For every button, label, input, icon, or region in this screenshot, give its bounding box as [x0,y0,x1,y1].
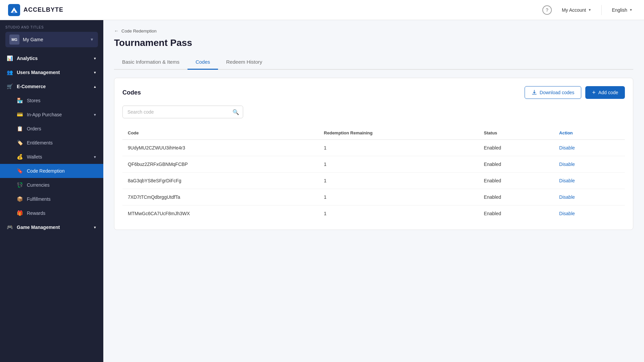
cell-redemption-2: 1 [319,173,479,189]
my-account-dropdown[interactable]: My Account ▼ [558,5,595,15]
sidebar-item-stores[interactable]: 🏪 Stores [0,94,103,108]
wallets-chevron-icon: ▼ [93,155,97,159]
sidebar-item-wallets[interactable]: 💰 Wallets ▼ [0,150,103,164]
disable-button-3[interactable]: Disable [559,194,575,200]
language-chevron-icon: ▼ [629,8,633,12]
studio-selector[interactable]: MG My Game ▼ [5,32,98,47]
table-row: MTMwGc6CA7UcF8mJh3WX 1 Enabled Disable [122,205,625,222]
sidebar-item-users-label: Users Management [17,70,60,75]
nav-right: ? My Account ▼ English ▼ [542,5,636,15]
card-title: Codes [122,89,525,96]
codes-card: Codes Download codes + Add code [114,78,633,230]
codes-table: Code Redemption Remaining Status Action … [122,126,625,222]
studio-chevron-icon: ▼ [90,37,94,42]
search-container: 🔍 [122,106,243,118]
col-header-status: Status [479,126,554,140]
cell-action-3: Disable [554,189,625,205]
sidebar-item-analytics-label: Analytics [17,56,38,61]
sidebar-item-game-management-label: Game Management [17,225,60,230]
sidebar-item-fulfillments[interactable]: 📦 Fulfillments [0,192,103,206]
sidebar-item-entitlements-label: Entitlements [27,140,53,145]
table-header: Code Redemption Remaining Status Action [122,126,625,140]
sidebar-item-analytics[interactable]: 📊 Analytics ▼ [0,51,103,65]
sidebar-item-currencies[interactable]: 💱 Currencies [0,178,103,192]
col-header-code: Code [122,126,319,140]
breadcrumb-link[interactable]: Code Redemption [121,28,157,34]
cell-status-4: Enabled [479,205,554,222]
cell-action-2: Disable [554,173,625,189]
sidebar-item-game-management[interactable]: 🎮 Game Management ▼ [0,220,103,234]
cell-status-1: Enabled [479,156,554,173]
cell-code-2: 8aG3qbYS8eSFgrDiFcFg [122,173,319,189]
studio-name: My Game [23,37,87,42]
cell-redemption-1: 1 [319,156,479,173]
sidebar-item-currencies-label: Currencies [27,182,50,188]
breadcrumb-back-icon: ← [114,28,119,34]
logo-area: ACCELBYTE [8,4,542,16]
sidebar-item-in-app-purchase-label: In-App Purchase [27,112,62,117]
cell-code-3: 7XD7tTCmQdbrggUtdfTa [122,189,319,205]
cell-redemption-4: 1 [319,205,479,222]
logo-text: ACCELBYTE [23,6,63,13]
sidebar-item-code-redemption[interactable]: 🔖 Code Redemption [0,164,103,178]
cell-status-2: Enabled [479,173,554,189]
entitlements-icon: 🏷️ [17,140,23,146]
sidebar-item-ecommerce-label: E-Commerce [17,84,46,89]
cell-code-4: MTMwGc6CA7UcF8mJh3WX [122,205,319,222]
card-actions: Download codes + Add code [525,86,625,99]
sidebar-item-stores-label: Stores [27,98,40,103]
main-content: ← Code Redemption Tournament Pass Basic … [103,20,644,362]
table-row: 7XD7tTCmQdbrggUtdfTa 1 Enabled Disable [122,189,625,205]
table-row: QF6buz2ZRFxGBNMqFCBP 1 Enabled Disable [122,156,625,173]
search-icon: 🔍 [232,109,239,115]
game-management-icon: 🎮 [7,224,13,230]
breadcrumb: ← Code Redemption [114,28,633,34]
help-button[interactable]: ? [542,5,552,15]
studio-avatar: MG [9,35,19,45]
cell-redemption-3: 1 [319,189,479,205]
studio-label: STUDIO AND TITLES [5,25,98,29]
fulfillments-icon: 📦 [17,196,23,202]
card-header: Codes Download codes + Add code [122,86,625,99]
disable-button-0[interactable]: Disable [559,145,575,150]
sidebar-item-users-management[interactable]: 👥 Users Management ▼ [0,65,103,79]
cell-redemption-0: 1 [319,140,479,156]
top-nav: ACCELBYTE ? My Account ▼ English ▼ [0,0,644,20]
tab-codes[interactable]: Codes [187,55,218,70]
sidebar-item-code-redemption-label: Code Redemption [27,168,65,174]
disable-button-1[interactable]: Disable [559,162,575,167]
ecommerce-icon: 🛒 [7,83,13,89]
language-dropdown[interactable]: English ▼ [608,5,636,15]
studio-section: STUDIO AND TITLES MG My Game ▼ [0,20,103,50]
users-icon: 👥 [7,69,13,75]
disable-button-4[interactable]: Disable [559,211,575,216]
tab-basic-info[interactable]: Basic Information & Items [114,55,187,70]
users-chevron-icon: ▼ [93,71,97,74]
codes-table-body: 9UdyMU2CZWUU3ihHe4r3 1 Enabled Disable Q… [122,140,625,222]
sidebar-item-wallets-label: Wallets [27,154,42,160]
cell-code-0: 9UdyMU2CZWUU3ihHe4r3 [122,140,319,156]
search-input[interactable] [122,106,243,118]
my-account-chevron-icon: ▼ [588,8,591,12]
accelbyte-logo-icon [8,4,20,16]
tabs-container: Basic Information & Items Codes Redeem H… [114,55,633,70]
analytics-icon: 📊 [7,55,13,61]
sidebar-item-rewards[interactable]: 🎁 Rewards [0,206,103,220]
sidebar-item-orders[interactable]: 📋 Orders [0,122,103,136]
analytics-chevron-icon: ▼ [93,57,97,60]
sidebar-item-in-app-purchase[interactable]: 💳 In-App Purchase ▼ [0,108,103,122]
add-code-button[interactable]: + Add code [585,86,625,99]
add-icon: + [592,89,596,96]
wallets-icon: 💰 [17,154,23,160]
download-codes-button[interactable]: Download codes [525,86,582,99]
game-management-chevron-icon: ▼ [93,226,97,229]
tab-redeem-history[interactable]: Redeem History [218,55,270,70]
sidebar-item-ecommerce[interactable]: 🛒 E-Commerce ▲ [0,79,103,94]
sidebar-item-fulfillments-label: Fulfillments [27,196,51,202]
ecommerce-chevron-icon: ▲ [93,85,97,88]
sidebar-item-orders-label: Orders [27,126,41,131]
sidebar-item-entitlements[interactable]: 🏷️ Entitlements [0,136,103,150]
sidebar: STUDIO AND TITLES MG My Game ▼ 📊 Analyti… [0,20,103,362]
currencies-icon: 💱 [17,182,23,188]
disable-button-2[interactable]: Disable [559,178,575,183]
